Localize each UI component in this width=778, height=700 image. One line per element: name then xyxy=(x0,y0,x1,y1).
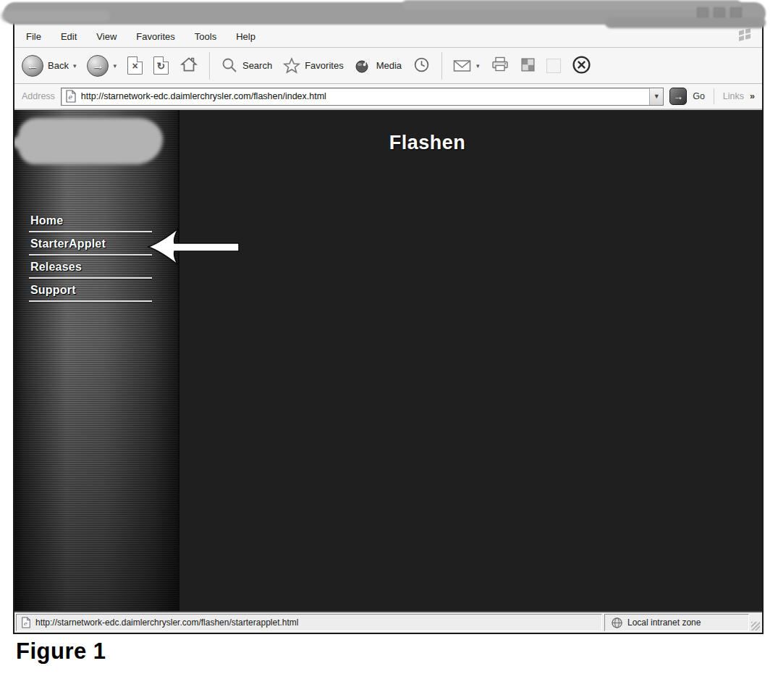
back-button[interactable]: ← Back ▾ xyxy=(22,55,76,77)
nav-divider xyxy=(29,300,152,302)
redacted-logo xyxy=(18,118,163,164)
home-icon xyxy=(179,55,198,74)
history-button[interactable] xyxy=(413,56,431,76)
address-dropdown-button[interactable]: ▼ xyxy=(649,88,663,105)
address-label: Address xyxy=(22,91,55,101)
nav-link-support[interactable]: Support xyxy=(29,283,152,298)
figure-caption: Figure 1 xyxy=(16,638,106,665)
refresh-icon: ↻ xyxy=(157,60,166,72)
page-main: Flashen xyxy=(179,110,762,611)
status-zone: Local intranet zone xyxy=(627,617,701,628)
page-icon: e xyxy=(65,90,77,103)
media-icon xyxy=(355,57,372,75)
print-icon xyxy=(491,56,509,73)
forward-icon: → xyxy=(87,55,109,77)
page-sidebar: Home StarterApplet Releases Support xyxy=(14,110,179,611)
stop-icon: × xyxy=(132,60,138,72)
media-label: Media xyxy=(376,60,402,71)
back-dropdown-icon: ▾ xyxy=(73,62,77,69)
favorites-button[interactable]: Favorites xyxy=(283,57,343,75)
search-button[interactable]: Search xyxy=(221,57,272,75)
nav-link-home[interactable]: Home xyxy=(29,214,152,229)
address-url: http://starnetwork-edc.daimlerchrysler.c… xyxy=(81,91,645,101)
search-label: Search xyxy=(242,60,272,71)
redacted-titlebar-smudge xyxy=(605,17,766,28)
mail-button[interactable]: ▾ xyxy=(453,59,480,73)
resize-grip[interactable] xyxy=(751,622,760,631)
print-button[interactable] xyxy=(491,56,509,75)
nav-divider xyxy=(29,231,152,232)
toolbar-separator xyxy=(209,52,210,80)
circle-x-icon xyxy=(572,55,591,75)
media-button[interactable]: Media xyxy=(355,57,402,75)
nav-item-home: Home xyxy=(29,214,152,232)
mail-icon xyxy=(453,59,472,73)
home-button[interactable] xyxy=(179,55,198,76)
address-input[interactable]: e http://starnetwork-edc.daimlerchrysler… xyxy=(61,88,664,106)
mail-dropdown-icon: ▾ xyxy=(476,62,480,69)
history-clock-icon xyxy=(413,56,431,74)
favorites-label: Favorites xyxy=(305,60,343,71)
stop-button[interactable]: × xyxy=(127,56,143,75)
links-label[interactable]: Links xyxy=(723,91,744,101)
links-chevron[interactable]: » xyxy=(750,91,755,101)
favorites-star-icon xyxy=(283,57,300,75)
page-icon: e xyxy=(21,617,31,628)
back-label: Back xyxy=(48,60,69,71)
nav-link-starterapplet[interactable]: StarterApplet xyxy=(29,237,152,252)
status-url-panel: e http://starnetwork-edc.daimlerchrysler… xyxy=(16,614,602,631)
nav-divider xyxy=(29,254,152,256)
go-label[interactable]: Go xyxy=(693,91,705,101)
toolbar: ← Back ▾ → ▾ × ↻ Se xyxy=(14,48,762,84)
circle-x-button[interactable] xyxy=(572,55,591,77)
menu-help[interactable]: Help xyxy=(236,31,255,42)
edit-button[interactable] xyxy=(520,57,536,75)
page-viewport: Home StarterApplet Releases Support xyxy=(14,109,762,611)
svg-text:e: e xyxy=(68,93,72,101)
page-nav: Home StarterApplet Releases Support xyxy=(29,214,152,306)
annotation-arrow xyxy=(145,224,242,271)
menu-tools[interactable]: Tools xyxy=(195,31,216,42)
nav-link-releases[interactable]: Releases xyxy=(29,260,152,275)
page-title: Flashen xyxy=(179,132,675,154)
redacted-titlebar-smudge xyxy=(1,10,110,22)
status-bar: e http://starnetwork-edc.daimlerchrysler… xyxy=(14,611,762,633)
search-icon xyxy=(221,57,238,75)
status-zone-panel: Local intranet zone xyxy=(604,614,749,631)
go-button[interactable]: → xyxy=(669,88,687,105)
windows-flag-icon xyxy=(737,28,752,44)
menu-favorites[interactable]: Favorites xyxy=(136,31,174,42)
faded-window-controls xyxy=(697,7,742,17)
toolbar-separator xyxy=(441,52,442,80)
status-url: http://starnetwork-edc.daimlerchrysler.c… xyxy=(35,617,298,628)
redacted-titlebar-smudge xyxy=(402,0,741,9)
nav-item-support: Support xyxy=(29,283,152,302)
nav-item-starterapplet: StarterApplet xyxy=(29,237,152,256)
forward-button[interactable]: → ▾ xyxy=(87,55,117,77)
forward-dropdown-icon: ▾ xyxy=(113,62,117,69)
address-bar: Address e http://starnetwork-edc.daimler… xyxy=(14,84,762,109)
figure-canvas: File Edit View Favorites Tools Help ← Ba… xyxy=(0,0,778,700)
address-separator xyxy=(714,88,714,104)
menu-edit[interactable]: Edit xyxy=(61,31,77,42)
intranet-globe-icon xyxy=(611,617,623,629)
menu-view[interactable]: View xyxy=(96,31,117,42)
refresh-button[interactable]: ↻ xyxy=(153,56,169,75)
checker-icon xyxy=(520,57,536,72)
back-icon: ← xyxy=(22,55,43,77)
nav-divider xyxy=(29,277,152,279)
svg-text:e: e xyxy=(24,620,28,627)
menu-file[interactable]: File xyxy=(26,31,41,42)
browser-window: File Edit View Favorites Tools Help ← Ba… xyxy=(13,20,764,634)
nav-item-releases: Releases xyxy=(29,260,152,279)
faded-toolbar-icon[interactable] xyxy=(546,59,561,73)
